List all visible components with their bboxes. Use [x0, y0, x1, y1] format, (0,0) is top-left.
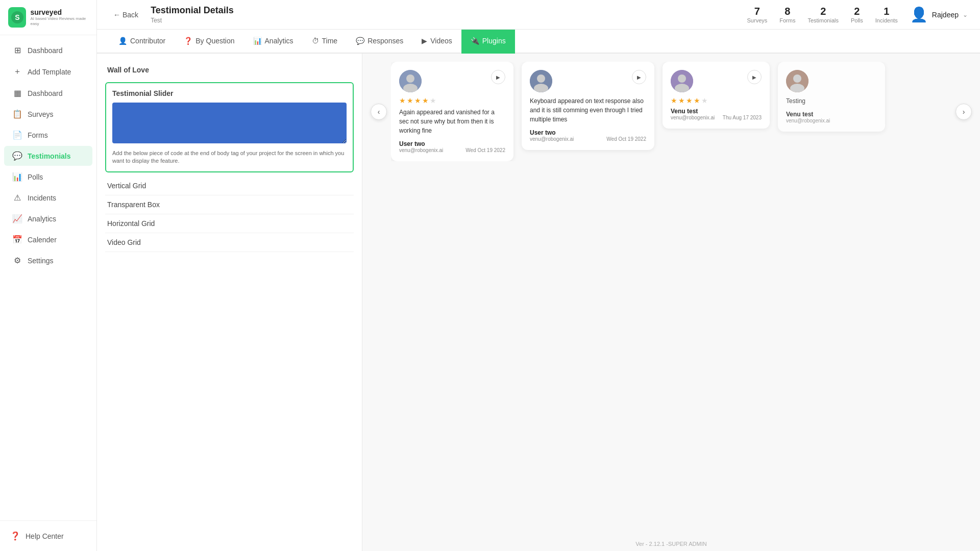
- page-body: Wall of Love Testimonial Slider Add the …: [97, 54, 980, 551]
- card-top-4: [786, 70, 877, 92]
- incidents-icon: ⚠: [12, 193, 22, 203]
- slider-next-button[interactable]: ›: [955, 104, 972, 120]
- surveys-icon: 📋: [12, 109, 22, 119]
- page-title: Testimonial Details: [151, 5, 234, 16]
- card-username-4: Venu test: [786, 111, 830, 118]
- avatar-3: [671, 70, 693, 92]
- logo-text: surveyed AI based Video Reviews made eas…: [30, 8, 88, 27]
- tab-analytics[interactable]: 📊 Analytics: [244, 30, 303, 54]
- header-title-block: Testimonial Details Test: [151, 5, 234, 24]
- right-panel: ‹ ▶ ★★★★★ Again appeared and: [362, 54, 980, 551]
- card-top-2: ▶: [530, 70, 646, 92]
- card-footer-2: User two venu@robogenix.ai Wed Oct 19 20…: [530, 129, 646, 142]
- slider-wrapper: ‹ ▶ ★★★★★ Again appeared and: [371, 62, 972, 161]
- plugins-icon: 🔌: [471, 37, 479, 45]
- sidebar-item-settings[interactable]: ⚙ Settings: [4, 251, 92, 270]
- play-button-3[interactable]: ▶: [747, 70, 762, 84]
- analytics-icon: 📈: [12, 214, 22, 223]
- user-section[interactable]: 👤 Rajdeep ⌄: [910, 6, 968, 23]
- sidebar-item-forms[interactable]: 📄 Forms: [4, 125, 92, 145]
- card-email-1: venu@robogenix.ai: [399, 147, 443, 153]
- dashboard-icon: ▦: [12, 88, 22, 98]
- card-footer-4: Venu test venu@robogenix.ai: [786, 111, 877, 123]
- sidebar-item-analytics[interactable]: 📈 Analytics: [4, 209, 92, 229]
- sidebar: S surveyed AI based Video Reviews made e…: [0, 0, 97, 551]
- help-center-link[interactable]: ❓ Help Center: [8, 527, 88, 545]
- card-username-1: User two: [399, 140, 443, 147]
- plus-icon: ＋: [12, 66, 22, 77]
- responses-icon: 💬: [356, 37, 364, 45]
- play-button-1[interactable]: ▶: [491, 70, 505, 84]
- slider-prev-button[interactable]: ‹: [371, 104, 387, 120]
- svg-point-9: [678, 74, 686, 83]
- sidebar-item-surveys[interactable]: 📋 Surveys: [4, 104, 92, 124]
- left-panel: Wall of Love Testimonial Slider Add the …: [97, 54, 362, 551]
- settings-icon: ⚙: [12, 256, 22, 265]
- stat-testimonials[interactable]: 2 Testimonials: [807, 6, 839, 23]
- sidebar-item-polls[interactable]: 📊 Polls: [4, 167, 92, 187]
- card-email-2: venu@robogenix.ai: [530, 136, 574, 142]
- sidebar-item-calendar[interactable]: 📅 Calender: [4, 230, 92, 249]
- svg-point-12: [793, 74, 801, 83]
- stars-1: ★★★★★: [399, 96, 505, 105]
- contributor-icon: 👤: [118, 37, 127, 45]
- tab-plugins[interactable]: 🔌 Plugins: [461, 30, 515, 54]
- video-grid-item[interactable]: Video Grid: [105, 233, 354, 252]
- user-avatar-icon: 👤: [910, 6, 928, 23]
- testimonial-card-2: ▶ Keyboard appeared on text response als…: [522, 62, 654, 150]
- card-username-3: Venu test: [671, 108, 715, 115]
- header-left: ← Back Testimonial Details Test: [109, 5, 234, 24]
- avatar-4: [786, 70, 808, 92]
- stat-incidents[interactable]: 1 Incidents: [875, 6, 898, 23]
- tab-videos[interactable]: ▶ Videos: [412, 30, 461, 54]
- header: ← Back Testimonial Details Test 7 Survey…: [97, 0, 980, 30]
- stat-forms[interactable]: 8 Forms: [779, 6, 795, 23]
- wall-of-love-item[interactable]: Wall of Love: [105, 62, 354, 78]
- svg-point-6: [537, 74, 545, 83]
- testimonial-slider: ▶ ★★★★★ Again appeared and vanished for …: [391, 62, 951, 161]
- analytics-tab-icon: 📊: [253, 37, 262, 45]
- sidebar-footer[interactable]: ❓ Help Center: [0, 520, 96, 551]
- sidebar-item-incidents[interactable]: ⚠ Incidents: [4, 188, 92, 208]
- card-user-info-4: Venu test venu@robogenix.ai: [786, 111, 830, 123]
- card-text-1: Again appeared and vanished for a sec no…: [399, 108, 505, 135]
- sidebar-item-dashboard2[interactable]: ▦ Dashboard: [4, 83, 92, 103]
- card-email-4: venu@robogenix.ai: [786, 118, 830, 123]
- card-user-info-1: User two venu@robogenix.ai: [399, 140, 443, 153]
- card-date-1: Wed Oct 19 2022: [465, 147, 505, 153]
- testimonial-slider-title: Testimonial Slider: [112, 89, 347, 97]
- card-date-2: Wed Oct 19 2022: [606, 136, 646, 142]
- back-button[interactable]: ← Back: [109, 9, 142, 21]
- tab-responses[interactable]: 💬 Responses: [347, 30, 412, 54]
- forms-icon: 📄: [12, 130, 22, 140]
- stat-surveys[interactable]: 7 Surveys: [747, 6, 768, 23]
- version-bar: Ver - 2.12.1 -SUPER ADMIN: [635, 541, 706, 547]
- main-content: ← Back Testimonial Details Test 7 Survey…: [97, 0, 980, 551]
- vertical-grid-item[interactable]: Vertical Grid: [105, 177, 354, 195]
- transparent-box-item[interactable]: Transparent Box: [105, 195, 354, 214]
- card-top-1: ▶: [399, 70, 505, 92]
- sidebar-nav: ⊞ Dashboard ＋ Add Template ▦ Dashboard 📋…: [0, 35, 96, 520]
- tab-by-question[interactable]: ❓ By Question: [175, 30, 243, 54]
- tab-navigation: 👤 Contributor ❓ By Question 📊 Analytics …: [97, 30, 980, 54]
- testimonial-card-3: ▶ ★★★★★ Venu test venu@robogenix.ai Thu …: [663, 62, 770, 129]
- sidebar-item-dashboard1[interactable]: ⊞ Dashboard: [4, 40, 92, 60]
- tab-time[interactable]: ⏱ Time: [303, 30, 347, 54]
- tab-contributor[interactable]: 👤 Contributor: [109, 30, 175, 54]
- sidebar-item-add-template[interactable]: ＋ Add Template: [4, 61, 92, 82]
- card-top-3: ▶: [671, 70, 762, 92]
- svg-point-3: [406, 74, 414, 83]
- testimonial-card-1: ▶ ★★★★★ Again appeared and vanished for …: [391, 62, 513, 161]
- horizontal-grid-item[interactable]: Horizontal Grid: [105, 214, 354, 233]
- code-description: Add the below piece of code at the end o…: [112, 149, 347, 165]
- time-icon: ⏱: [312, 37, 319, 45]
- logo-icon: S: [8, 7, 26, 28]
- sidebar-item-testimonials[interactable]: 💬 Testimonials: [4, 146, 92, 166]
- card-email-3: venu@robogenix.ai: [671, 115, 715, 120]
- stat-polls[interactable]: 2 Polls: [851, 6, 863, 23]
- logo: S surveyed AI based Video Reviews made e…: [0, 0, 96, 35]
- card-footer-1: User two venu@robogenix.ai Wed Oct 19 20…: [399, 140, 505, 153]
- play-button-2[interactable]: ▶: [632, 70, 646, 84]
- code-snippet-textarea[interactable]: [112, 103, 347, 143]
- card-user-info-2: User two venu@robogenix.ai: [530, 129, 574, 142]
